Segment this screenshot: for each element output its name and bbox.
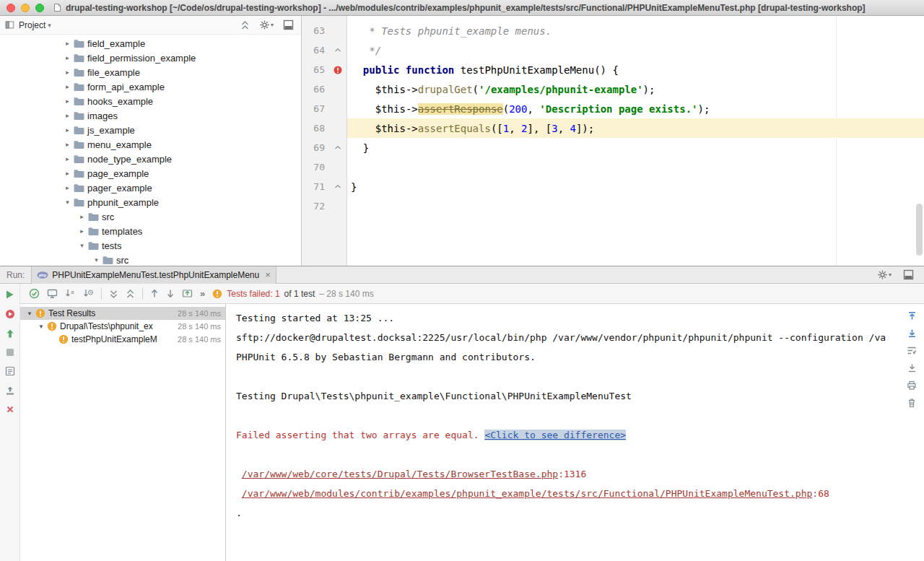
hide-passed-icon[interactable] bbox=[29, 288, 40, 299]
hide-panel-icon[interactable] bbox=[903, 269, 914, 280]
close-window-button[interactable] bbox=[6, 4, 15, 12]
project-tree-item[interactable]: ▸field_example bbox=[0, 36, 301, 51]
clear-all-icon[interactable] bbox=[907, 398, 916, 408]
chevron-right-icon[interactable]: ▸ bbox=[77, 213, 87, 220]
collapse-all-icon[interactable] bbox=[240, 20, 250, 30]
project-tree-item[interactable]: ▾tests bbox=[0, 238, 301, 253]
project-tree-item[interactable]: ▸images bbox=[0, 108, 301, 123]
project-tree-item[interactable]: ▾src bbox=[0, 253, 301, 266]
chevron-right-icon[interactable]: ▸ bbox=[62, 184, 73, 191]
fold-icon[interactable] bbox=[328, 138, 347, 157]
test-tree-row[interactable]: testPhpUnitExampleM28 s 140 ms bbox=[20, 333, 225, 346]
line-number[interactable]: 66 bbox=[302, 79, 328, 99]
project-tree-item[interactable]: ▸file_example bbox=[0, 65, 301, 79]
file-link[interactable]: /var/www/web/modules/contrib/examples/ph… bbox=[242, 488, 813, 499]
rerun-failed-icon[interactable] bbox=[5, 309, 15, 319]
sort-duration-icon[interactable] bbox=[83, 288, 94, 299]
diff-link[interactable]: <Click to see difference> bbox=[484, 430, 626, 440]
chevron-down-icon[interactable]: ▾ bbox=[62, 199, 73, 206]
project-tree-item[interactable]: ▸templates bbox=[0, 224, 301, 238]
project-tree-item[interactable]: ▾phpunit_example bbox=[0, 195, 301, 209]
up-stack-trace-icon[interactable] bbox=[907, 311, 917, 321]
test-tree-row[interactable]: ▼Test Results28 s 140 ms bbox=[20, 307, 225, 320]
code-text[interactable]: * Tests phpunit_example menus. bbox=[347, 21, 924, 40]
line-number[interactable]: 70 bbox=[302, 157, 328, 177]
line-number[interactable]: 63 bbox=[302, 21, 328, 40]
code-text[interactable] bbox=[347, 157, 924, 177]
chevron-right-icon[interactable]: ▸ bbox=[62, 126, 73, 134]
hide-panel-icon[interactable] bbox=[283, 19, 294, 30]
line-number[interactable]: 69 bbox=[302, 138, 328, 157]
close-icon[interactable] bbox=[6, 405, 14, 414]
settings-gear-icon[interactable]: ▾ bbox=[259, 19, 274, 30]
project-tree-item[interactable]: ▸form_api_example bbox=[0, 79, 301, 94]
line-number[interactable]: 68 bbox=[302, 118, 328, 138]
code-text[interactable]: */ bbox=[347, 40, 924, 60]
chevron-right-icon[interactable]: ▸ bbox=[62, 155, 73, 162]
project-tree-item[interactable]: ▸page_example bbox=[0, 166, 301, 181]
import-results-icon[interactable] bbox=[182, 288, 193, 299]
stop-icon[interactable] bbox=[6, 348, 14, 357]
line-number[interactable]: 72 bbox=[302, 196, 328, 216]
line-number[interactable]: 71 bbox=[302, 177, 328, 196]
line-number[interactable]: 67 bbox=[302, 99, 328, 118]
project-tree-item[interactable]: ▸src bbox=[0, 209, 301, 224]
chevron-right-icon[interactable]: ▸ bbox=[62, 141, 73, 148]
scroll-end-icon[interactable] bbox=[907, 363, 917, 373]
sort-alpha-icon[interactable]: a bbox=[65, 288, 76, 299]
run-console[interactable]: Testing started at 13:25 ...sftp://docke… bbox=[226, 304, 924, 561]
chevron-right-icon[interactable]: ▸ bbox=[62, 54, 73, 61]
zoom-window-button[interactable] bbox=[35, 4, 44, 12]
failed-test-marker-icon[interactable] bbox=[328, 60, 347, 79]
close-tab-icon[interactable]: × bbox=[265, 269, 271, 280]
code-text[interactable]: $this->drupalGet('/examples/phpunit-exam… bbox=[347, 79, 924, 99]
chevron-down-icon[interactable]: ▾ bbox=[77, 242, 87, 249]
show-ignored-icon[interactable] bbox=[47, 288, 58, 299]
project-tree-item[interactable]: ▸menu_example bbox=[0, 137, 301, 152]
fold-icon[interactable] bbox=[328, 177, 347, 196]
chevron-right-icon[interactable]: ▸ bbox=[62, 69, 73, 76]
chevron-right-icon[interactable]: ▸ bbox=[62, 83, 73, 90]
down-stack-trace-icon[interactable] bbox=[907, 329, 917, 338]
soft-wrap-icon[interactable] bbox=[907, 346, 917, 355]
project-tree-item[interactable]: ▸hooks_example bbox=[0, 94, 301, 108]
chevron-down-icon[interactable]: ▾ bbox=[48, 22, 51, 29]
editor-scrollbar[interactable] bbox=[916, 204, 923, 256]
code-text[interactable]: $this->assertEquals([1, 2], [3, 4]); bbox=[347, 118, 924, 138]
chevron-down-icon[interactable]: ▾ bbox=[91, 256, 102, 264]
line-number[interactable]: 64 bbox=[302, 40, 328, 60]
code-text[interactable]: } bbox=[347, 177, 924, 196]
chevron-right-icon[interactable]: ▸ bbox=[62, 40, 73, 47]
project-header-label[interactable]: Project bbox=[19, 20, 45, 30]
file-link[interactable]: /var/www/web/core/tests/Drupal/Tests/Bro… bbox=[242, 469, 558, 479]
run-tab[interactable]: php PHPUnitExampleMenuTest.testPhpUnitEx… bbox=[31, 266, 276, 284]
collapse-all-icon[interactable] bbox=[126, 289, 135, 299]
chevron-down-icon[interactable]: ▼ bbox=[25, 310, 35, 317]
test-history-icon[interactable] bbox=[5, 366, 15, 376]
next-failed-icon[interactable] bbox=[166, 289, 175, 298]
rerun-icon[interactable] bbox=[5, 290, 14, 300]
code-text[interactable]: $this->assertResponse(200, 'Description … bbox=[347, 99, 924, 118]
code-editor[interactable]: 63 * Tests phpunit_example menus.64 */65… bbox=[302, 16, 924, 266]
project-tree-item[interactable]: ▸js_example bbox=[0, 123, 301, 137]
project-tree-item[interactable]: ▸pager_example bbox=[0, 181, 301, 195]
settings-gear-icon[interactable]: ▾ bbox=[877, 269, 892, 280]
expand-all-icon[interactable] bbox=[109, 289, 118, 299]
code-text[interactable] bbox=[347, 196, 924, 216]
previous-failed-icon[interactable] bbox=[150, 289, 159, 298]
chevron-right-icon[interactable]: ▸ bbox=[77, 227, 87, 235]
fold-icon[interactable] bbox=[328, 40, 347, 60]
chevron-right-icon[interactable]: ▸ bbox=[62, 97, 73, 105]
overflow-icon[interactable]: » bbox=[200, 288, 205, 299]
chevron-right-icon[interactable]: ▸ bbox=[62, 112, 73, 119]
test-tree-row[interactable]: ▼Drupal\Tests\phpunit_ex28 s 140 ms bbox=[20, 320, 225, 333]
export-results-icon[interactable] bbox=[5, 386, 15, 396]
project-tree-item[interactable]: ▸field_permission_example bbox=[0, 51, 301, 65]
code-text[interactable]: public function testPhpUnitExampleMenu()… bbox=[347, 60, 924, 79]
toggle-auto-test-icon[interactable] bbox=[5, 329, 15, 339]
print-icon[interactable] bbox=[907, 380, 917, 390]
chevron-down-icon[interactable]: ▼ bbox=[36, 323, 46, 330]
code-text[interactable]: } bbox=[347, 138, 924, 157]
chevron-right-icon[interactable]: ▸ bbox=[62, 170, 73, 177]
line-number[interactable]: 65 bbox=[302, 60, 328, 79]
